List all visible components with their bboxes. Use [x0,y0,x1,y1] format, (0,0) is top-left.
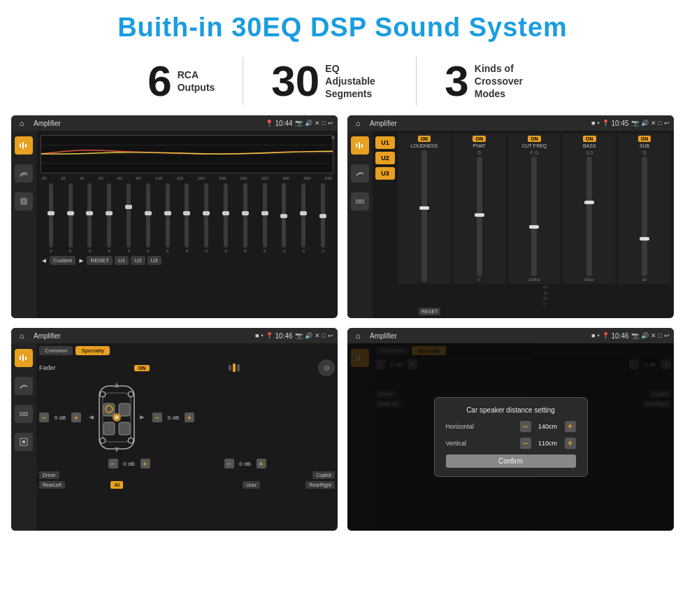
slider-thumb-14[interactable] [300,211,307,215]
fader-ctrl-2[interactable] [15,377,33,395]
home-icon[interactable]: ⌂ [15,117,28,129]
slider-thumb-3[interactable] [86,211,93,215]
slider-track-7[interactable] [166,183,170,248]
sub-slider[interactable] [642,157,647,276]
cutfreq-on[interactable]: ON [528,136,541,142]
svg-rect-10 [359,142,360,149]
slider-thumb-13[interactable] [280,214,287,218]
eq-ctrl-btn-2[interactable] [15,164,33,182]
rearleft-btn[interactable]: RearLeft [39,481,65,489]
home-icon-4[interactable]: ⌂ [352,329,364,342]
specialty-tab[interactable]: Specialty [75,346,109,355]
next-btn[interactable]: ► [78,257,85,264]
home-icon-2[interactable]: ⌂ [352,117,364,129]
slider-thumb-4[interactable] [106,211,113,215]
horizontal-minus-btn[interactable]: − [520,421,531,432]
phat-thumb[interactable] [475,213,484,217]
db-plus-3[interactable]: + [140,459,150,468]
slider-thumb-9[interactable] [203,211,210,215]
db-plus-2[interactable]: + [185,413,194,422]
u1-btn[interactable]: U1 [115,256,129,265]
cutfreq-thumb[interactable] [529,225,539,229]
back-icon[interactable]: ↩ [328,120,333,127]
db-minus-3[interactable]: − [108,459,118,468]
prev-btn[interactable]: ◄ [41,257,48,264]
db-plus-1[interactable]: + [71,413,81,422]
slider-thumb-12[interactable] [261,211,268,215]
u2-btn[interactable]: U2 [131,256,145,265]
back-icon-3[interactable]: ↩ [328,332,333,339]
slider-track-10[interactable] [224,183,228,248]
slider-track-13[interactable] [282,183,286,248]
slider-track-8[interactable] [185,183,189,248]
crossover-reset-btn[interactable]: RESET [419,308,440,315]
loudness-on[interactable]: ON [418,136,431,142]
cross-ctrl-1[interactable] [351,136,369,155]
u3-select-btn[interactable]: U3 [375,167,395,180]
cross-ctrl-3[interactable] [351,192,369,210]
eq-ctrl-btn-1[interactable] [15,136,33,155]
reset-btn[interactable]: RESET [87,256,113,265]
settings-circle-btn[interactable]: ⚙ [318,359,335,376]
expand-icon[interactable]: » [331,134,335,141]
u1-select-btn[interactable]: U1 [375,136,395,149]
vertical-minus-btn[interactable]: − [520,438,531,449]
back-icon-4[interactable]: ↩ [664,332,670,339]
slider-thumb-10[interactable] [222,211,229,215]
fader-ctrl-4[interactable] [15,433,33,451]
bass-thumb[interactable] [584,201,594,204]
db-minus-2[interactable]: − [152,413,162,422]
slider-track-4[interactable] [107,183,111,248]
user-btn[interactable]: User [243,481,260,489]
home-icon-3[interactable]: ⌂ [15,329,28,342]
loudness-thumb[interactable] [419,206,429,210]
speaker-bottom-row: − 0 dB + − 0 dB + [39,459,335,468]
slider-thumb-5[interactable] [125,205,132,209]
confirm-button[interactable]: Confirm [446,454,576,468]
slider-thumb-1[interactable] [48,211,55,215]
slider-thumb-6[interactable] [145,211,152,215]
sub-thumb[interactable] [640,237,649,241]
loudness-slider[interactable] [421,150,427,282]
slider-thumb-8[interactable] [183,211,190,215]
slider-track-9[interactable] [204,183,208,248]
slider-thumb-7[interactable] [164,211,171,215]
slider-track-1[interactable] [49,183,53,248]
back-icon-2[interactable]: ↩ [664,120,670,127]
db-minus-1[interactable]: − [39,413,49,422]
cross-ctrl-2[interactable] [351,164,369,182]
rearright-btn[interactable]: RearRight [305,481,335,489]
u2-select-btn[interactable]: U2 [375,152,395,164]
horizontal-plus-btn[interactable]: + [565,421,576,432]
db-plus-4[interactable]: + [257,459,266,468]
slider-track-6[interactable] [146,183,150,248]
phat-slider[interactable] [477,157,482,276]
slider-track-15[interactable] [321,183,325,248]
db-minus-4[interactable]: − [224,459,234,468]
sub-on[interactable]: ON [638,136,651,142]
fader-ctrl-1[interactable] [15,349,33,367]
slider-track-5[interactable] [127,183,131,248]
u3-btn[interactable]: U3 [147,256,161,265]
bass-on[interactable]: ON [583,136,596,142]
slider-track-14[interactable] [301,183,305,248]
slider-track-2[interactable] [68,183,73,248]
all-btn[interactable]: All [110,481,123,489]
slider-track-12[interactable] [263,183,267,248]
slider-track-11[interactable] [243,183,247,248]
common-tab[interactable]: Common [39,346,73,355]
fader-ctrl-3[interactable] [15,405,33,423]
phat-on[interactable]: ON [473,136,486,142]
vertical-plus-btn[interactable]: + [565,438,576,449]
driver-btn[interactable]: Driver [39,471,59,479]
cutfreq-slider[interactable] [531,157,537,276]
copilot-btn[interactable]: Copilot [312,471,335,479]
slider-thumb-2[interactable] [67,211,74,215]
slider-thumb-11[interactable] [242,211,249,215]
svg-marker-4 [22,200,25,203]
eq-ctrl-btn-3[interactable] [15,192,33,210]
slider-thumb-15[interactable] [319,214,326,218]
bass-slider[interactable] [586,157,592,276]
fader-on-toggle[interactable]: ON [134,365,150,371]
slider-track-3[interactable] [87,183,92,248]
